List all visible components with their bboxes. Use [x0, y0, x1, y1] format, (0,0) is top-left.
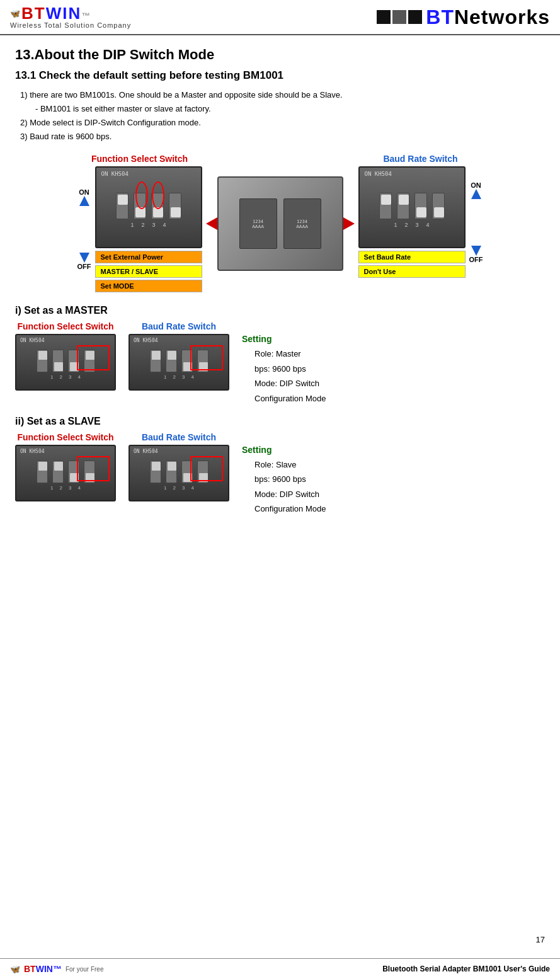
- mb-n1: 1: [164, 374, 166, 380]
- center-dip-1: 1234 AAAA: [239, 198, 277, 249]
- baud-num-3: 3: [416, 222, 419, 228]
- center-device: 1234 AAAA 1234 AAAA: [206, 176, 355, 271]
- sq1: [377, 10, 391, 24]
- sb-sw1: [150, 461, 161, 483]
- master-baud-dip: ON KHS04 1 2: [129, 334, 229, 391]
- master-setting-col: Setting Role: Master bps: 9600 bps Mode:…: [242, 321, 326, 406]
- sb-n3: 3: [182, 485, 185, 491]
- center-dip-2-label: 1234: [297, 219, 307, 224]
- footer-butterfly-icon: 🦋: [10, 965, 20, 974]
- slave-switch-row: Function Select Switch ON KHS04: [15, 432, 545, 517]
- center-dip-1-label2: AAAA: [252, 224, 264, 229]
- page-content: 13.About the DIP Switch Mode 13.1 Check …: [0, 35, 560, 538]
- center-dip-2: 1234 AAAA: [283, 198, 321, 249]
- master-bps: bps: 9600 bps: [254, 362, 326, 376]
- subsection-title: 13.1 Check the default setting before te…: [15, 69, 545, 82]
- sf-sw2: [52, 461, 64, 483]
- baud-dip-board: ON KHS04: [358, 166, 466, 248]
- center-device-image: 1234 AAAA 1234 AAAA: [217, 176, 343, 271]
- baud-rate-label: Baud Rate Switch: [383, 154, 457, 164]
- baud-num-1: 1: [394, 222, 397, 228]
- red-circle-sw3: [152, 181, 164, 209]
- master-function-dip: ON KHS04 1 2: [15, 334, 116, 391]
- arrow-up-right-icon: [471, 189, 481, 199]
- baud-lever-3: [416, 207, 426, 217]
- sf-n2: 2: [60, 485, 62, 491]
- dip-switches: [116, 193, 181, 219]
- badge-set-baud: Set Baud Rate: [358, 251, 466, 263]
- baud-rate-block: Baud Rate Switch ON KHS04: [358, 154, 483, 278]
- arrow-up-icon: [79, 196, 89, 206]
- mb-lv1: [152, 351, 161, 360]
- main-diagram: Function Select Switch ON OFF O: [15, 154, 545, 292]
- center-dip-2-label2: AAAA: [296, 224, 308, 229]
- sb-red-box: [190, 456, 223, 481]
- switch-4: [169, 193, 181, 219]
- master-mode: Mode: DIP Switch: [254, 376, 326, 391]
- sb-top: ON KHS04: [134, 449, 158, 454]
- off-label-right: OFF: [469, 256, 483, 263]
- dip-nums: 1 2 3 4: [130, 222, 166, 228]
- page-header: 🦋 BTWIN™ Wireless Total Solution Company…: [0, 0, 560, 35]
- baud-switch-2: [397, 193, 409, 219]
- slave-baud-dip: ON KHS04 1 2: [129, 445, 229, 501]
- mf-sw2: [52, 350, 64, 372]
- mb-lv2: [168, 351, 176, 360]
- slave-setting-block: Role: Slave bps: 9600 bps Mode: DIP Swit…: [254, 457, 326, 517]
- btwin-subtitle: Wireless Total Solution Company: [10, 21, 131, 29]
- baud-switch-1: [379, 193, 392, 219]
- arrow-left-red-icon: [206, 217, 217, 230]
- mb-sw1: [150, 350, 161, 372]
- master-switch-row: Function Select Switch ON KHS04: [15, 321, 545, 406]
- on-label-right: ON: [471, 181, 481, 189]
- footer-btwin-text: BTWIN™: [24, 964, 62, 974]
- btnetworks-squares: [377, 10, 422, 24]
- sf-lv2: [54, 462, 63, 471]
- num-4: 4: [163, 222, 166, 228]
- sb-n2: 2: [173, 485, 176, 491]
- baud-lever-4: [434, 207, 444, 217]
- sf-n1: 1: [50, 485, 53, 491]
- mf-red-box: [77, 345, 110, 370]
- baud-badge-labels: Set Baud Rate Don't Use: [358, 251, 466, 278]
- baud-rate-diagram: ON KHS04: [358, 166, 483, 278]
- num-1: 1: [130, 222, 134, 228]
- switch-1: [116, 193, 129, 219]
- mb-red-box: [190, 345, 223, 370]
- mb-sw2: [166, 350, 177, 372]
- sf-sw1: [37, 461, 48, 483]
- arrow-down-icon: [79, 253, 89, 263]
- dip-board: ON KHS04: [95, 166, 202, 248]
- master-baud-col: Baud Rate Switch ON KHS04: [129, 321, 229, 391]
- center-dips: 1234 AAAA 1234 AAAA: [239, 198, 321, 249]
- slave-baud-col: Baud Rate Switch ON KHS04: [129, 432, 229, 501]
- sf-red-box: [77, 456, 110, 481]
- baud-lever-1: [381, 195, 391, 205]
- baud-num-2: 2: [404, 222, 408, 228]
- function-dip-image: ON KHS04: [95, 166, 202, 292]
- mf-sw1: [37, 350, 48, 372]
- sb-n1: 1: [164, 485, 166, 491]
- btwin-branding: 🦋 BTWIN™ Wireless Total Solution Company: [10, 5, 131, 29]
- baud-dip-image: ON KHS04: [358, 166, 466, 278]
- page-number: 17: [536, 935, 545, 944]
- master-baud-label: Baud Rate Switch: [142, 321, 216, 331]
- mb-n3: 3: [182, 374, 185, 380]
- slave-baud-label: Baud Rate Switch: [142, 432, 216, 442]
- intro-list: 1) there are two BM1001s. One should be …: [20, 88, 545, 144]
- off-bottom-right: OFF: [469, 246, 483, 263]
- red-circle-sw2: [135, 181, 148, 209]
- page-footer: 🦋 BTWIN™ For your Free Bluetooth Serial …: [0, 958, 560, 979]
- arrow-down-right-icon: [471, 246, 481, 256]
- sq2: [392, 10, 406, 24]
- mf-top: ON KHS04: [20, 338, 45, 343]
- mf-n4: 4: [77, 374, 80, 380]
- badge-master-slave: MASTER / SLAVE: [95, 265, 202, 278]
- sf-n4: 4: [77, 485, 80, 491]
- slave-role: Role: Slave: [254, 457, 326, 472]
- intro-line-3: 2) Mode select is DIP-Switch Configurati…: [20, 116, 545, 130]
- lever-2: [135, 207, 146, 217]
- sf-nums: 1 2 3 4: [50, 485, 81, 491]
- sb-lv1: [152, 462, 161, 471]
- footer-guide-text: Bluetooth Serial Adapter BM1001 User's G…: [382, 965, 550, 973]
